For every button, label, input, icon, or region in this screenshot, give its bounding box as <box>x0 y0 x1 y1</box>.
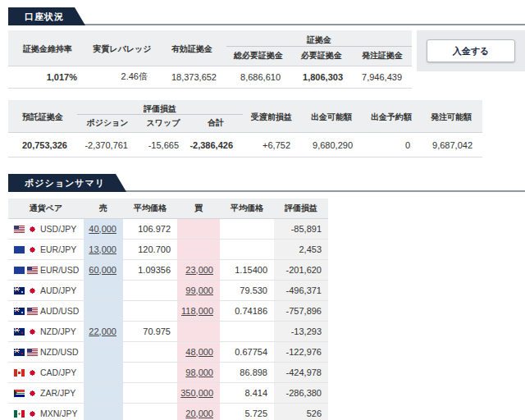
value-margin-rate: 1,017% <box>8 66 87 88</box>
buy-qty-cell <box>177 218 220 239</box>
sell-qty-link[interactable]: 22,000 <box>89 326 116 336</box>
buy-qty-link[interactable]: 99,000 <box>185 285 213 295</box>
flag-jp-icon <box>27 287 38 294</box>
currency-pair-label: USD/JPY <box>40 224 76 234</box>
position-summary-tab-row: ポジションサマリ <box>8 173 525 192</box>
balance-summary-table: 預託証拠金 評価損益 受渡前損益 出金可能額 出金予約額 発注可能額 ポジション… <box>8 100 482 158</box>
value-pnl-position: -2,370,761 <box>77 133 138 158</box>
header-order-margin: 発注証拠金 <box>353 47 412 66</box>
position-row-cadjpy: CAD/JPY 98,000 86.898 -424,978 <box>8 362 328 382</box>
sell-qty-cell: 40,000 <box>84 218 123 239</box>
pnl-cell: -122,976 <box>274 341 328 362</box>
buy-qty-cell <box>177 239 220 259</box>
pnl-cell: -424,978 <box>274 362 328 382</box>
header-orderable: 発注可能額 <box>420 100 482 133</box>
buy-qty-cell <box>177 321 220 341</box>
buy-qty-cell: 98,000 <box>177 362 220 382</box>
buy-avg-cell <box>220 321 274 341</box>
position-summary-tab: ポジションサマリ <box>8 174 126 192</box>
buy-qty-link[interactable]: 98,000 <box>185 368 213 377</box>
flag-us-icon <box>27 267 38 274</box>
value-effective-margin: 18,373,652 <box>158 66 226 88</box>
position-summary-tab-label: ポジションサマリ <box>25 178 105 188</box>
value-leverage: 2.46倍 <box>87 66 158 88</box>
header-effective-margin: 有効証拠金 <box>158 30 226 66</box>
buy-qty-link[interactable]: 20,000 <box>185 409 213 418</box>
currency-pair-label: ZAR/JPY <box>40 388 75 398</box>
header-leverage: 実質レバレッジ <box>87 30 158 66</box>
currency-pair-label: EUR/JPY <box>40 244 76 254</box>
value-withdrawable: 9,680,290 <box>300 133 363 158</box>
flag-eu-icon <box>14 246 25 253</box>
sell-avg-cell <box>123 300 177 321</box>
header-required-margin: 必要証拠金 <box>290 47 353 66</box>
position-row-audjpy: AUD/JPY 99,000 79.530 -496,371 <box>8 280 328 300</box>
buy-avg-cell <box>220 239 274 259</box>
header-currency-pair: 通貨ペア <box>8 199 84 218</box>
flag-au-icon <box>14 308 25 315</box>
currency-pair-label: MXN/JPY <box>40 409 78 418</box>
buy-avg-cell: 79.530 <box>220 280 274 300</box>
sell-qty-cell <box>84 341 123 362</box>
deposit-button[interactable]: 入金する <box>427 39 515 62</box>
currency-pair-cell: NZD/USD <box>8 341 84 362</box>
buy-avg-cell <box>220 218 274 239</box>
sell-qty-cell <box>84 300 123 321</box>
flag-jp-icon <box>27 328 38 336</box>
position-row-usdjpy: USD/JPY 40,000 106.972 -85,891 <box>8 218 328 239</box>
sell-qty-cell <box>84 362 123 382</box>
buy-qty-link[interactable]: 48,000 <box>185 347 213 357</box>
sell-avg-cell <box>123 362 177 382</box>
position-row-zarjpy: ZAR/JPY 350,000 8.414 -286,380 <box>8 382 328 403</box>
account-status-tab-row: 口座状況 <box>8 7 525 25</box>
buy-avg-cell: 5.725 <box>220 403 274 420</box>
buy-qty-cell: 350,000 <box>177 382 220 403</box>
buy-qty-link[interactable]: 23,000 <box>185 265 213 275</box>
buy-qty-cell: 20,000 <box>177 403 220 420</box>
pnl-cell: -286,380 <box>274 382 328 403</box>
value-orderable: 9,687,042 <box>420 133 482 158</box>
buy-qty-cell: 23,000 <box>177 259 220 280</box>
value-pnl-swap: -15,665 <box>138 133 189 158</box>
header-buy-avg-price: 平均価格 <box>220 199 274 218</box>
pnl-cell: -85,891 <box>274 218 328 239</box>
value-order-margin: 7,946,439 <box>353 66 412 88</box>
sell-qty-link[interactable]: 40,000 <box>89 224 116 234</box>
currency-pair-cell: AUD/JPY <box>8 280 84 300</box>
flag-au-icon <box>14 287 25 294</box>
sell-qty-link[interactable]: 60,000 <box>89 265 116 275</box>
header-buy: 買 <box>177 199 220 218</box>
flag-us-icon <box>14 226 25 233</box>
flag-eu-icon <box>14 267 25 274</box>
flag-jp-icon <box>27 369 38 377</box>
currency-pair-cell: ZAR/JPY <box>8 382 84 403</box>
sell-avg-cell: 106.972 <box>123 218 177 239</box>
pnl-cell: -13,293 <box>274 321 328 341</box>
pnl-cell: -757,896 <box>274 300 328 321</box>
sell-qty-cell <box>84 280 123 300</box>
sell-avg-cell <box>123 382 177 403</box>
flag-jp-icon <box>27 390 38 397</box>
pnl-cell: -496,371 <box>274 280 328 300</box>
buy-avg-cell: 0.67754 <box>220 341 274 362</box>
value-pnl-total: -2,386,426 <box>189 133 243 158</box>
value-withdraw-reserved: 0 <box>363 133 420 158</box>
currency-pair-label: EUR/USD <box>40 265 79 275</box>
pnl-cell: 526 <box>274 403 328 420</box>
buy-qty-link[interactable]: 118,000 <box>181 306 213 316</box>
buy-qty-cell: 118,000 <box>177 300 220 321</box>
sell-avg-cell <box>123 403 177 420</box>
sell-qty-cell: 60,000 <box>84 259 123 280</box>
flag-nz-icon <box>14 328 25 336</box>
buy-qty-link[interactable]: 350,000 <box>180 388 213 398</box>
flag-ca-icon <box>14 369 25 377</box>
header-pre-delivery-pnl: 受渡前損益 <box>243 100 300 133</box>
currency-pair-label: AUD/JPY <box>40 285 76 295</box>
flag-mx-icon <box>14 410 25 418</box>
sell-qty-link[interactable]: 13,000 <box>89 244 116 254</box>
currency-pair-cell: EUR/JPY <box>8 239 84 259</box>
header-margin-group: 証拠金 <box>226 30 412 47</box>
flag-us-icon <box>27 349 38 356</box>
buy-avg-cell: 86.898 <box>220 362 274 382</box>
position-row-eurjpy: EUR/JPY 13,000 120.700 2,453 <box>8 239 328 259</box>
